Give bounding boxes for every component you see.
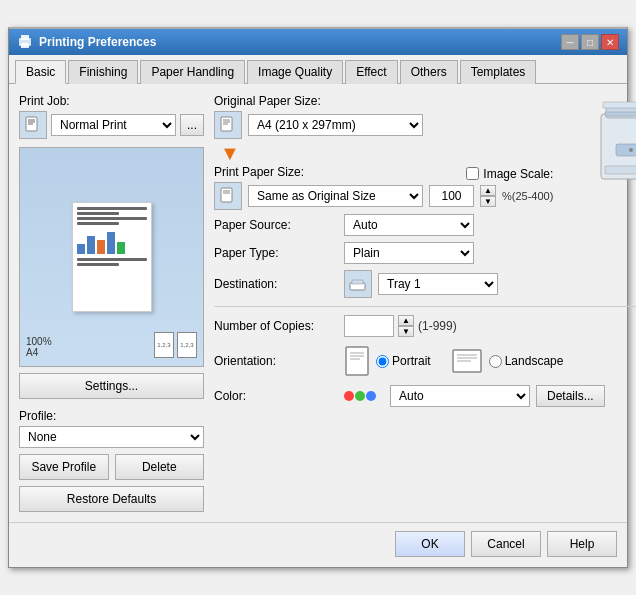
- svg-rect-24: [605, 112, 636, 116]
- print-paper-size-label: Print Paper Size:: [214, 165, 304, 179]
- print-paper-size-row: Same as Original Size A4 (210 x 297mm) A…: [214, 182, 553, 210]
- tab-templates[interactable]: Templates: [460, 60, 537, 84]
- landscape-label[interactable]: Landscape: [489, 354, 564, 368]
- print-paper-size-header: Print Paper Size: Image Scale:: [214, 165, 553, 182]
- print-job-label: Print Job:: [19, 94, 204, 108]
- paper-icon: [219, 116, 237, 134]
- copies-spinbox: ▲ ▼: [398, 315, 414, 337]
- profile-label: Profile:: [19, 409, 204, 423]
- page-icon-2: 1,2,3: [177, 332, 197, 358]
- print-job-icon: [19, 111, 47, 139]
- copies-input[interactable]: 1: [344, 315, 394, 337]
- printer-svg: A4 A3 B4 B5: [561, 94, 636, 209]
- printing-preferences-window: Printing Preferences ─ □ ✕ Basic Finishi…: [8, 27, 628, 568]
- title-buttons: ─ □ ✕: [561, 34, 619, 50]
- title-bar-left: Printing Preferences: [17, 34, 156, 50]
- svg-rect-32: [346, 347, 368, 375]
- bar-4: [107, 232, 115, 254]
- scale-value-input[interactable]: 100: [429, 185, 474, 207]
- preview-line-6: [77, 263, 119, 266]
- destination-select[interactable]: Tray 1 Tray 2 Finisher: [378, 273, 498, 295]
- tab-image-quality[interactable]: Image Quality: [247, 60, 343, 84]
- color-select[interactable]: Auto Color Black & White: [390, 385, 530, 407]
- color-input-row: Auto Color Black & White Details...: [344, 385, 605, 407]
- restore-defaults-button[interactable]: Restore Defaults: [19, 486, 204, 512]
- ok-button[interactable]: OK: [395, 531, 465, 557]
- color-dots: [344, 391, 376, 401]
- tab-finishing[interactable]: Finishing: [68, 60, 138, 84]
- svg-point-27: [629, 148, 633, 152]
- tab-basic[interactable]: Basic: [15, 60, 66, 84]
- green-dot: [355, 391, 365, 401]
- save-profile-button[interactable]: Save Profile: [19, 454, 109, 480]
- original-paper-size-select[interactable]: A4 (210 x 297mm) A3 Letter: [248, 114, 423, 136]
- svg-rect-11: [221, 188, 232, 202]
- tab-paper-handling[interactable]: Paper Handling: [140, 60, 245, 84]
- right-top-row: Original Paper Size:: [214, 94, 636, 214]
- print-paper-size-select[interactable]: Same as Original Size A4 (210 x 297mm) A…: [248, 185, 423, 207]
- portrait-icon: [344, 345, 370, 377]
- paper-source-select[interactable]: Auto Tray 1 Tray 2: [344, 214, 474, 236]
- delete-profile-button[interactable]: Delete: [115, 454, 205, 480]
- original-paper-size-section: Original Paper Size:: [214, 94, 553, 139]
- title-bar: Printing Preferences ─ □ ✕: [9, 29, 627, 55]
- scale-up-button[interactable]: ▲: [480, 185, 496, 196]
- divider-1: [214, 306, 636, 307]
- settings-button[interactable]: Settings...: [19, 373, 204, 399]
- preview-paper-size: A4: [26, 347, 52, 358]
- preview-line-3: [77, 217, 147, 220]
- copies-label: Number of Copies:: [214, 319, 344, 333]
- tab-effect[interactable]: Effect: [345, 60, 397, 84]
- scale-down-button[interactable]: ▼: [480, 196, 496, 207]
- preview-box: 100% A4 1,2,3 1,2,3: [19, 147, 204, 367]
- destination-input-row: Tray 1 Tray 2 Finisher: [344, 270, 498, 298]
- paper-size-icon: [214, 111, 242, 139]
- landscape-radio[interactable]: [489, 355, 502, 368]
- svg-rect-31: [352, 280, 363, 284]
- cancel-button[interactable]: Cancel: [471, 531, 541, 557]
- preview-pages: 1,2,3 1,2,3: [154, 332, 197, 358]
- tab-content: Print Job: Normal Print Proof Print: [9, 84, 627, 522]
- portrait-radio[interactable]: [376, 355, 389, 368]
- help-button[interactable]: Help: [547, 531, 617, 557]
- copies-down-button[interactable]: ▼: [398, 326, 414, 337]
- print-paper-size-icon: [214, 182, 242, 210]
- printer-illustration: A4 A3 B4 B5: [561, 94, 636, 212]
- print-job-select[interactable]: Normal Print Proof Print Locked Print Ho…: [51, 114, 176, 136]
- arrow-down: ▼: [220, 143, 553, 163]
- tab-others[interactable]: Others: [400, 60, 458, 84]
- minimize-button[interactable]: ─: [561, 34, 579, 50]
- document-icon: [24, 116, 42, 134]
- preview-line-5: [77, 258, 147, 261]
- copies-input-row: 1 ▲ ▼ (1-999): [344, 315, 457, 337]
- portrait-label[interactable]: Portrait: [376, 354, 431, 368]
- print-paper-icon: [219, 187, 237, 205]
- orientation-row: Orientation: Portrait: [214, 345, 636, 377]
- profile-section: Profile: None Save Profile Delete Restor…: [19, 409, 204, 512]
- bottom-buttons: OK Cancel Help: [9, 522, 627, 567]
- landscape-icon: [451, 348, 483, 374]
- preview-paper-content: [73, 203, 151, 272]
- copies-up-button[interactable]: ▲: [398, 315, 414, 326]
- image-scale-checkbox[interactable]: [466, 167, 479, 180]
- color-details-button[interactable]: Details...: [536, 385, 605, 407]
- svg-rect-23: [603, 102, 636, 108]
- destination-icon: [344, 270, 372, 298]
- svg-rect-2: [21, 43, 29, 48]
- color-label: Color:: [214, 389, 344, 403]
- print-job-more-button[interactable]: ...: [180, 114, 204, 136]
- print-paper-size-section: Print Paper Size: Image Scale:: [214, 165, 553, 210]
- scale-unit-label: %(25-400): [502, 190, 553, 202]
- paper-type-select[interactable]: Plain Thick Thin: [344, 242, 474, 264]
- color-row: Color: Auto Color Black & White Detail: [214, 385, 636, 407]
- bar-2: [87, 236, 95, 254]
- close-button[interactable]: ✕: [601, 34, 619, 50]
- profile-select[interactable]: None: [19, 426, 204, 448]
- profile-row: None: [19, 426, 204, 448]
- maximize-button[interactable]: □: [581, 34, 599, 50]
- orientation-label: Orientation:: [214, 354, 344, 368]
- preview-line-2: [77, 212, 119, 215]
- image-scale-label[interactable]: Image Scale:: [483, 167, 553, 181]
- window-title: Printing Preferences: [39, 35, 156, 49]
- portrait-option: Portrait: [344, 345, 431, 377]
